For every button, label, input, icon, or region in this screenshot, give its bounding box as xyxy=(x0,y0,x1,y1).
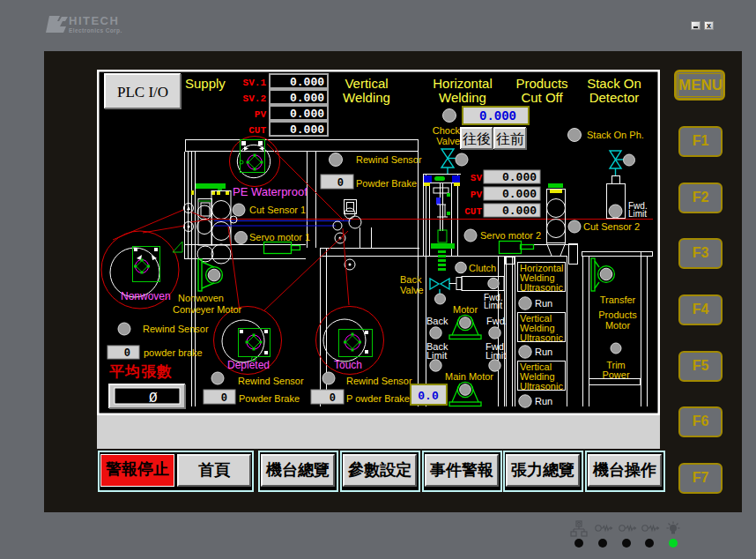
svg-text:Chock: Chock xyxy=(433,125,461,136)
svg-text:Welding: Welding xyxy=(439,90,486,105)
svg-text:Cut Sensor 1: Cut Sensor 1 xyxy=(249,205,306,215)
svg-text:Stack On: Stack On xyxy=(587,76,641,91)
svg-text:Limit: Limit xyxy=(426,350,447,361)
svg-text:0: 0 xyxy=(221,392,227,405)
svg-text:0.000: 0.000 xyxy=(502,188,537,201)
svg-text:Products: Products xyxy=(515,76,567,91)
svg-text:Products: Products xyxy=(598,309,637,320)
svg-text:Run: Run xyxy=(535,396,552,406)
svg-text:Ultrasonic: Ultrasonic xyxy=(520,332,563,343)
svg-text:往前: 往前 xyxy=(496,131,524,146)
svg-text:Powder Brake: Powder Brake xyxy=(239,393,300,404)
svg-text:PE Waterproof: PE Waterproof xyxy=(233,185,308,198)
svg-text:SV.2: SV.2 xyxy=(243,93,266,104)
svg-text:SV.1: SV.1 xyxy=(243,78,267,88)
svg-text:CUT: CUT xyxy=(464,206,482,217)
svg-text:Ø: Ø xyxy=(149,391,158,406)
svg-text:0: 0 xyxy=(337,177,344,190)
svg-text:Limit: Limit xyxy=(485,350,506,361)
svg-text:powder brake: powder brake xyxy=(144,347,203,358)
svg-text:Horizontal: Horizontal xyxy=(433,76,493,91)
svg-text:Rewind Sensor: Rewind Sensor xyxy=(143,324,209,334)
svg-text:Motor: Motor xyxy=(605,320,630,331)
svg-text:往後: 往後 xyxy=(463,131,491,146)
svg-text:Limit: Limit xyxy=(628,209,647,219)
svg-text:Nonwoven: Nonwoven xyxy=(121,290,171,302)
svg-text:Motor: Motor xyxy=(453,304,478,315)
svg-text:Cut Sensor 2: Cut Sensor 2 xyxy=(583,221,640,232)
svg-text:0.0: 0.0 xyxy=(418,390,439,403)
svg-text:Clutch: Clutch xyxy=(469,263,496,273)
svg-text:0.000: 0.000 xyxy=(290,92,324,105)
svg-text:0.000: 0.000 xyxy=(502,205,537,218)
svg-text:Detector: Detector xyxy=(589,90,640,105)
svg-text:Valve: Valve xyxy=(400,285,424,295)
svg-text:0: 0 xyxy=(330,392,336,405)
svg-text:Ultrasonic: Ultrasonic xyxy=(520,282,563,293)
svg-text:Powder Brake: Powder Brake xyxy=(356,178,417,189)
svg-text:Servo motor 2: Servo motor 2 xyxy=(480,230,541,241)
svg-text:Stack On Ph.: Stack On Ph. xyxy=(587,130,644,140)
svg-text:SV: SV xyxy=(471,173,483,183)
svg-text:Valve: Valve xyxy=(436,136,460,146)
svg-text:Conveyer Motor: Conveyer Motor xyxy=(173,304,242,315)
svg-text:0.000: 0.000 xyxy=(479,109,516,123)
svg-text:Ultrasonic: Ultrasonic xyxy=(520,381,563,391)
svg-text:Run: Run xyxy=(535,347,552,357)
svg-text:Supply: Supply xyxy=(185,76,226,91)
svg-text:PLC I/O: PLC I/O xyxy=(117,84,168,101)
svg-text:Fwd.: Fwd. xyxy=(486,316,508,326)
svg-text:Run: Run xyxy=(535,298,552,309)
svg-text:Limit: Limit xyxy=(484,301,502,310)
svg-text:PV: PV xyxy=(255,109,267,120)
svg-text:Back: Back xyxy=(400,274,422,285)
svg-text:Main Motor: Main Motor xyxy=(445,371,493,382)
svg-text:0.000: 0.000 xyxy=(290,76,324,89)
svg-text:0.000: 0.000 xyxy=(290,123,324,137)
svg-text:HITECH: HITECH xyxy=(69,14,119,27)
svg-text:Nonwoven: Nonwoven xyxy=(178,293,224,303)
svg-text:Back: Back xyxy=(426,316,448,326)
svg-text:Transfer: Transfer xyxy=(600,294,636,305)
svg-text:Touch: Touch xyxy=(334,359,362,371)
svg-text:Rewind Sensor: Rewind Sensor xyxy=(356,154,422,165)
svg-text:Servo motor 1: Servo motor 1 xyxy=(249,232,310,242)
svg-text:CUT: CUT xyxy=(248,125,266,136)
svg-text:P owder Brake: P owder Brake xyxy=(346,393,410,404)
svg-text:平均張數: 平均張數 xyxy=(109,363,173,380)
svg-text:0.000: 0.000 xyxy=(290,108,324,121)
svg-text:Rewind Sensor: Rewind Sensor xyxy=(238,376,304,386)
svg-text:PV: PV xyxy=(471,190,483,200)
svg-text:Rewind Sensor: Rewind Sensor xyxy=(346,376,412,386)
svg-text:0: 0 xyxy=(124,347,130,360)
svg-text:Cut Off: Cut Off xyxy=(521,90,563,105)
svg-text:Electronics Corp.: Electronics Corp. xyxy=(69,27,122,34)
svg-text:Welding: Welding xyxy=(343,90,390,105)
svg-text:Vertical: Vertical xyxy=(345,76,388,91)
svg-text:0.000: 0.000 xyxy=(502,171,537,184)
svg-text:Depleted: Depleted xyxy=(227,359,270,371)
svg-text:Power: Power xyxy=(602,369,630,380)
